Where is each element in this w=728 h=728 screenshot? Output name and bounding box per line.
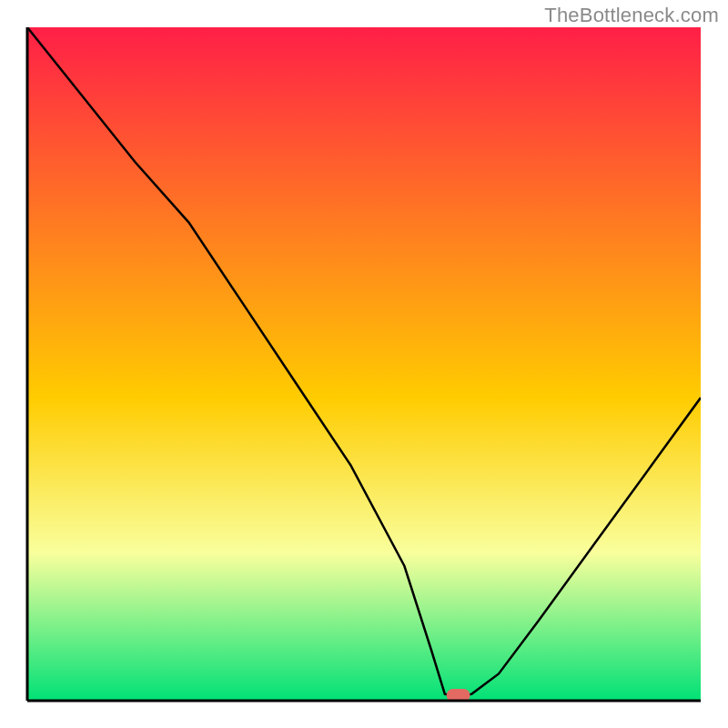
- plot-background: [27, 27, 701, 701]
- watermark-text: TheBottleneck.com: [544, 4, 719, 27]
- bottleneck-chart: TheBottleneck.com: [0, 0, 728, 728]
- chart-canvas: [0, 0, 728, 728]
